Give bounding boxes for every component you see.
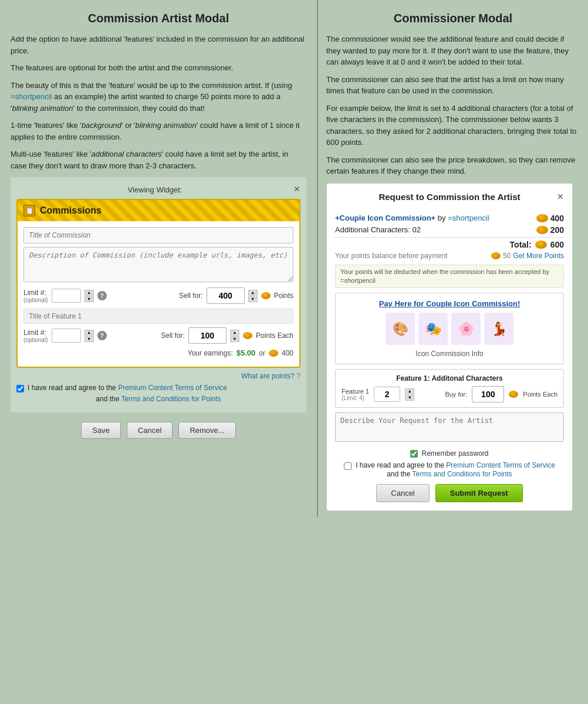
remember-row: Remember password <box>335 449 564 458</box>
commission-title-input[interactable] <box>23 227 293 243</box>
feat-sell-input[interactable] <box>188 327 227 344</box>
remember-checkbox[interactable] <box>410 450 418 458</box>
terms-conditions-link[interactable]: Terms and Conditions for Points <box>121 395 221 403</box>
widget-area: Viewing Widget: ✕ 📋 Commissions Limit #:… <box>11 177 306 412</box>
feature-down-btn[interactable]: ▼ <box>405 395 414 401</box>
left-para-3: The beauty of this is that the 'feature'… <box>11 80 306 114</box>
total-label: Total: <box>510 240 532 249</box>
commission-title-bar: 📋 Commissions <box>18 200 299 221</box>
modal-cancel-button[interactable]: Cancel <box>376 484 429 502</box>
right-para-2: The commissioner can also see that the a… <box>326 74 580 97</box>
chibi-2: 🎭 <box>418 313 448 345</box>
feature-box: Feature 1: Additonal Characters Feature … <box>335 369 564 408</box>
feat-sell-label: Sell for: <box>161 331 185 340</box>
left-para-1: Add the option to have additional 'featu… <box>11 33 306 56</box>
feature-up-btn[interactable]: ▲ <box>405 388 414 394</box>
limit-spinner[interactable]: ▲ ▼ <box>85 290 94 302</box>
limit-up-btn[interactable]: ▲ <box>85 290 94 296</box>
sell-for-down-btn[interactable]: ▼ <box>248 296 258 302</box>
points-icon-1 <box>261 292 271 299</box>
balance-pts: 50 <box>503 252 511 260</box>
remove-button[interactable]: Remove... <box>178 422 235 439</box>
modal-agree-text: I have read and agree to the Premium Con… <box>335 461 564 469</box>
describe-textarea[interactable] <box>335 412 564 442</box>
modal-terms-link[interactable]: Terms and Conditions for Points <box>413 470 512 478</box>
premium-terms-link[interactable]: Premium Content Terms of Service <box>118 384 227 392</box>
feat-limit-label: Limit #: (optional) <box>23 329 48 343</box>
buy-for-input[interactable] <box>472 386 504 402</box>
commission-box: 📋 Commissions Limit #: (optional) ▲ <box>16 199 300 368</box>
balance-pts-icon <box>491 252 501 259</box>
commission-order-row: +Couple Icon Commission+ by =shortpencil… <box>335 214 564 223</box>
modal-and-the: and the Terms and Conditions for Points <box>335 470 564 478</box>
feat-limit-up-btn[interactable]: ▲ <box>85 330 94 336</box>
earnings-row: Your earnings: $5.00 or 400 <box>23 348 293 357</box>
feature-title-input[interactable] <box>23 309 293 324</box>
buy-for-label: Buy for: <box>445 391 467 398</box>
widget-close-button[interactable]: ✕ <box>293 184 300 194</box>
commission-order-name: +Couple Icon Commission+ by =shortpencil <box>335 214 529 222</box>
pay-box: Pay Here for Couple Icon Commission! 🎨 🎭… <box>335 293 564 364</box>
artist-link[interactable]: =shortpencil <box>448 214 489 222</box>
feat-limit-down-btn[interactable]: ▼ <box>85 336 94 342</box>
points-icon-2 <box>243 332 252 339</box>
deduct-note: Your points will be deducted when the co… <box>335 265 564 289</box>
right-para-4: The commissioner can also see the price … <box>326 154 580 177</box>
feature-value-input[interactable] <box>374 387 400 402</box>
commission-desc-textarea[interactable] <box>23 247 293 282</box>
cancel-button[interactable]: Cancel <box>127 422 173 439</box>
what-are-points-icon: ? <box>296 372 300 380</box>
balance-label: Your points balance before payment <box>335 252 448 260</box>
terms-checkbox[interactable] <box>16 385 24 392</box>
feat-sell-down-btn[interactable]: ▼ <box>230 336 239 342</box>
total-pts: 600 <box>550 240 564 249</box>
additional-order-row: Additional Characters: 02 200 <box>335 225 564 235</box>
get-more-points-link[interactable]: Get More Points <box>513 252 564 260</box>
pay-here-link[interactable]: Pay Here for Couple Icon Commission! <box>379 299 521 308</box>
icon-info-label: Icon Commission Info <box>342 350 557 358</box>
modal-premium-link[interactable]: Premium Content Terms of Service <box>446 461 555 469</box>
limit-help-btn[interactable]: ? <box>97 291 107 300</box>
chibi-1: 🎨 <box>386 313 415 345</box>
feature-spinner[interactable]: ▲ ▼ <box>405 388 414 401</box>
left-para-2: The features are optional for both the a… <box>11 62 306 74</box>
sell-for-label: Sell for: <box>179 292 203 300</box>
limit-row: Limit #: (optional) ▲ ▼ ? Sell for: <box>23 287 293 304</box>
what-are-points-link[interactable]: What are points? <box>241 372 295 380</box>
points-each-label: Points Each <box>523 391 557 398</box>
total-row: Total: 600 <box>335 237 564 249</box>
widget-header-label: Viewing Widget: <box>128 185 183 194</box>
right-panel-title: Commissioner Modal <box>326 12 580 25</box>
save-button[interactable]: Save <box>81 422 121 439</box>
feat-limit-spinner[interactable]: ▲ ▼ <box>85 330 94 342</box>
limit-input[interactable] <box>52 289 81 303</box>
modal-terms-checkbox[interactable] <box>344 462 352 470</box>
limit-down-btn[interactable]: ▼ <box>85 296 94 302</box>
sell-for-up-btn[interactable]: ▲ <box>248 290 258 296</box>
remember-label: Remember password <box>421 449 488 458</box>
feat-sell-up-btn[interactable]: ▲ <box>230 330 239 336</box>
terms-checkbox-row: I have read and agree to the Premium Con… <box>16 384 300 392</box>
left-para-4: 1-time 'features' like 'background' or '… <box>11 120 306 143</box>
feat-sell-spinner[interactable]: ▲ ▼ <box>230 330 239 342</box>
shortpencil-link[interactable]: =shortpencil <box>11 92 52 101</box>
commission-title-text: Commissions <box>40 205 102 216</box>
modal-close-button[interactable]: ✕ <box>557 192 564 201</box>
terms-center: and the Terms and Conditions for Points <box>16 395 300 403</box>
chibi-3: 🌸 <box>451 313 481 345</box>
right-para-1: The commissioner would see the additiona… <box>326 33 580 68</box>
right-para-3: For example below, the limit is set to 4… <box>326 103 580 148</box>
modal-submit-button[interactable]: Submit Request <box>435 484 523 502</box>
additional-label: Additional Characters: 02 <box>335 225 529 234</box>
feat-help-btn[interactable]: ? <box>97 331 107 340</box>
left-para-5: Multi-use 'features' like 'additional ch… <box>11 148 306 171</box>
feat-limit-input[interactable] <box>52 329 81 343</box>
sell-for-spinner[interactable]: ▲ ▼ <box>248 290 258 302</box>
feat-limit-row: Limit #: (optional) ▲ ▼ ? Sell for: <box>23 327 293 344</box>
earnings-pts-icon <box>269 350 278 357</box>
chibi-4: 💃 <box>484 313 513 345</box>
feature-box-title: Feature 1: Additonal Characters <box>342 374 557 383</box>
bottom-buttons: Save Cancel Remove... <box>11 412 306 445</box>
additional-pts-icon <box>536 226 548 234</box>
sell-for-input[interactable] <box>207 287 245 304</box>
